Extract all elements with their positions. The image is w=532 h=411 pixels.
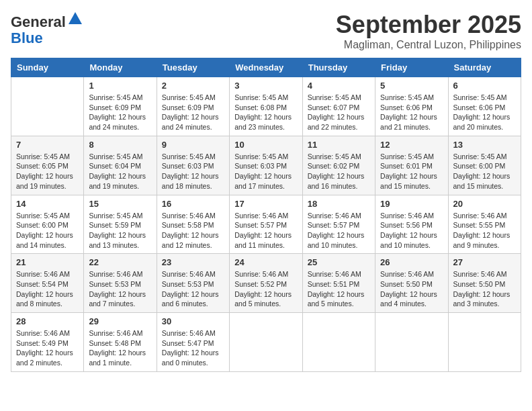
day-number: 28	[16, 316, 79, 326]
day-number: 21	[16, 257, 79, 267]
header-tuesday: Tuesday	[157, 58, 229, 77]
day-number: 30	[162, 316, 224, 326]
day-info: Sunrise: 5:45 AMSunset: 6:08 PMDaylight:…	[234, 93, 297, 132]
calendar-week-5: 28Sunrise: 5:46 AMSunset: 5:49 PMDayligh…	[11, 313, 521, 372]
day-info: Sunrise: 5:46 AMSunset: 5:51 PMDaylight:…	[308, 269, 370, 309]
calendar-cell: 24Sunrise: 5:46 AMSunset: 5:52 PMDayligh…	[230, 254, 302, 313]
calendar-cell	[302, 313, 375, 372]
calendar-cell: 3Sunrise: 5:45 AMSunset: 6:08 PMDaylight…	[230, 77, 302, 136]
day-number: 22	[89, 257, 151, 267]
calendar-cell: 25Sunrise: 5:46 AMSunset: 5:51 PMDayligh…	[302, 254, 375, 313]
calendar-cell: 1Sunrise: 5:45 AMSunset: 6:09 PMDaylight…	[84, 77, 157, 136]
svg-marker-0	[69, 12, 82, 24]
calendar-cell	[230, 313, 302, 372]
location-title: Magliman, Central Luzon, Philippines	[336, 39, 521, 51]
header-sunday: Sunday	[11, 58, 84, 77]
day-info: Sunrise: 5:46 AMSunset: 5:50 PMDaylight:…	[380, 269, 443, 309]
calendar-cell: 21Sunrise: 5:46 AMSunset: 5:54 PMDayligh…	[11, 254, 84, 313]
day-info: Sunrise: 5:45 AMSunset: 6:07 PMDaylight:…	[308, 93, 370, 132]
calendar-cell: 17Sunrise: 5:46 AMSunset: 5:57 PMDayligh…	[230, 195, 302, 254]
day-info: Sunrise: 5:46 AMSunset: 5:57 PMDaylight:…	[234, 211, 297, 250]
logo: General Blue	[11, 11, 83, 46]
day-number: 5	[380, 81, 443, 91]
day-info: Sunrise: 5:46 AMSunset: 5:53 PMDaylight:…	[89, 269, 151, 309]
header-monday: Monday	[84, 58, 157, 77]
month-title: September 2025	[336, 11, 521, 39]
calendar-cell: 14Sunrise: 5:45 AMSunset: 6:00 PMDayligh…	[11, 195, 84, 254]
header-saturday: Saturday	[448, 58, 521, 77]
day-number: 1	[89, 81, 151, 91]
calendar-cell: 10Sunrise: 5:45 AMSunset: 6:03 PMDayligh…	[230, 136, 302, 195]
day-number: 10	[234, 140, 297, 150]
calendar-week-4: 21Sunrise: 5:46 AMSunset: 5:54 PMDayligh…	[11, 254, 521, 313]
day-info: Sunrise: 5:45 AMSunset: 6:03 PMDaylight:…	[162, 152, 224, 191]
title-block: September 2025 Magliman, Central Luzon, …	[336, 11, 521, 51]
day-info: Sunrise: 5:45 AMSunset: 6:06 PMDaylight:…	[380, 93, 443, 132]
calendar-cell: 28Sunrise: 5:46 AMSunset: 5:49 PMDayligh…	[11, 313, 84, 372]
day-info: Sunrise: 5:45 AMSunset: 6:09 PMDaylight:…	[89, 93, 151, 132]
day-info: Sunrise: 5:46 AMSunset: 5:48 PMDaylight:…	[89, 328, 151, 368]
day-number: 29	[89, 316, 151, 326]
page-header: General Blue September 2025 Magliman, Ce…	[11, 11, 521, 51]
header-thursday: Thursday	[302, 58, 375, 77]
day-number: 9	[162, 140, 224, 150]
day-number: 26	[380, 257, 443, 267]
calendar-cell: 16Sunrise: 5:46 AMSunset: 5:58 PMDayligh…	[157, 195, 229, 254]
day-number: 18	[308, 199, 370, 209]
day-info: Sunrise: 5:46 AMSunset: 5:50 PMDaylight:…	[453, 269, 516, 309]
calendar-cell	[448, 313, 521, 372]
calendar-header-row: SundayMondayTuesdayWednesdayThursdayFrid…	[11, 58, 521, 77]
day-number: 16	[162, 199, 224, 209]
day-number: 20	[453, 199, 516, 209]
calendar-cell: 12Sunrise: 5:45 AMSunset: 6:01 PMDayligh…	[375, 136, 448, 195]
day-info: Sunrise: 5:45 AMSunset: 6:03 PMDaylight:…	[234, 152, 297, 191]
calendar-cell: 6Sunrise: 5:45 AMSunset: 6:06 PMDaylight…	[448, 77, 521, 136]
day-number: 14	[16, 199, 79, 209]
calendar-week-2: 7Sunrise: 5:45 AMSunset: 6:05 PMDaylight…	[11, 136, 521, 195]
day-number: 6	[453, 81, 516, 91]
calendar-table: SundayMondayTuesdayWednesdayThursdayFrid…	[11, 58, 521, 372]
day-info: Sunrise: 5:45 AMSunset: 6:02 PMDaylight:…	[308, 152, 370, 191]
day-info: Sunrise: 5:46 AMSunset: 5:52 PMDaylight:…	[234, 269, 297, 309]
day-number: 15	[89, 199, 151, 209]
calendar-cell	[375, 313, 448, 372]
logo-general-text: General	[11, 13, 66, 30]
day-number: 24	[234, 257, 297, 267]
calendar-cell: 5Sunrise: 5:45 AMSunset: 6:06 PMDaylight…	[375, 77, 448, 136]
calendar-cell: 23Sunrise: 5:46 AMSunset: 5:53 PMDayligh…	[157, 254, 229, 313]
day-number: 7	[16, 140, 79, 150]
calendar-cell: 4Sunrise: 5:45 AMSunset: 6:07 PMDaylight…	[302, 77, 375, 136]
day-number: 23	[162, 257, 224, 267]
day-number: 11	[308, 140, 370, 150]
calendar-cell: 30Sunrise: 5:46 AMSunset: 5:47 PMDayligh…	[157, 313, 229, 372]
day-number: 17	[234, 199, 297, 209]
day-info: Sunrise: 5:46 AMSunset: 5:55 PMDaylight:…	[453, 211, 516, 250]
day-number: 27	[453, 257, 516, 267]
calendar-cell: 20Sunrise: 5:46 AMSunset: 5:55 PMDayligh…	[448, 195, 521, 254]
calendar-cell: 11Sunrise: 5:45 AMSunset: 6:02 PMDayligh…	[302, 136, 375, 195]
day-info: Sunrise: 5:45 AMSunset: 6:05 PMDaylight:…	[16, 152, 79, 191]
calendar-cell: 22Sunrise: 5:46 AMSunset: 5:53 PMDayligh…	[84, 254, 157, 313]
day-info: Sunrise: 5:45 AMSunset: 6:00 PMDaylight:…	[16, 211, 79, 250]
calendar-cell: 19Sunrise: 5:46 AMSunset: 5:56 PMDayligh…	[375, 195, 448, 254]
day-info: Sunrise: 5:45 AMSunset: 6:04 PMDaylight:…	[89, 152, 151, 191]
day-number: 12	[380, 140, 443, 150]
day-number: 13	[453, 140, 516, 150]
header-friday: Friday	[375, 58, 448, 77]
day-info: Sunrise: 5:45 AMSunset: 6:01 PMDaylight:…	[380, 152, 443, 191]
calendar-cell: 27Sunrise: 5:46 AMSunset: 5:50 PMDayligh…	[448, 254, 521, 313]
calendar-cell: 9Sunrise: 5:45 AMSunset: 6:03 PMDaylight…	[157, 136, 229, 195]
day-info: Sunrise: 5:45 AMSunset: 5:59 PMDaylight:…	[89, 211, 151, 250]
calendar-cell: 29Sunrise: 5:46 AMSunset: 5:48 PMDayligh…	[84, 313, 157, 372]
day-info: Sunrise: 5:46 AMSunset: 5:54 PMDaylight:…	[16, 269, 79, 309]
day-info: Sunrise: 5:46 AMSunset: 5:47 PMDaylight:…	[162, 328, 224, 368]
day-number: 2	[162, 81, 224, 91]
day-info: Sunrise: 5:46 AMSunset: 5:58 PMDaylight:…	[162, 211, 224, 250]
header-wednesday: Wednesday	[230, 58, 302, 77]
day-number: 4	[308, 81, 370, 91]
calendar-cell: 18Sunrise: 5:46 AMSunset: 5:57 PMDayligh…	[302, 195, 375, 254]
day-info: Sunrise: 5:45 AMSunset: 6:06 PMDaylight:…	[453, 93, 516, 132]
calendar-cell	[11, 77, 84, 136]
calendar-week-3: 14Sunrise: 5:45 AMSunset: 6:00 PMDayligh…	[11, 195, 521, 254]
day-number: 8	[89, 140, 151, 150]
